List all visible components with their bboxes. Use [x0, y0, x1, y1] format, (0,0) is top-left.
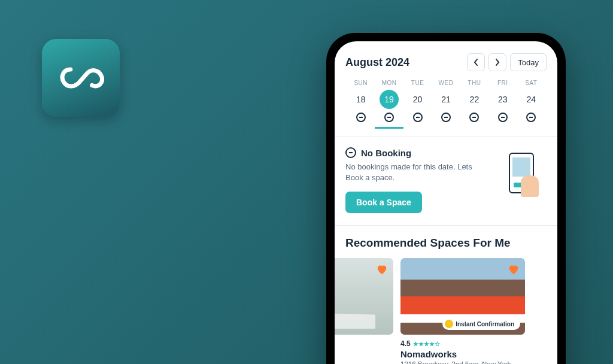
next-week-button[interactable] — [488, 53, 506, 71]
availability-icon — [384, 113, 394, 122]
day-fri[interactable]: FRI 23 — [488, 80, 517, 129]
heart-icon — [507, 263, 520, 276]
book-space-button[interactable]: Book a Space — [345, 192, 422, 213]
app-icon — [42, 39, 120, 117]
chevron-right-icon — [495, 59, 500, 66]
favorite-button[interactable] — [375, 263, 389, 276]
day-of-month: 18 — [351, 90, 371, 109]
day-of-week: SUN — [354, 80, 368, 86]
logo-icon — [57, 63, 104, 93]
space-image — [335, 258, 393, 335]
availability-icon — [356, 113, 366, 122]
rating-stars: ★★★★☆ — [413, 341, 440, 347]
week-strip: SUN 18 MON 19 TUE 20 WED 21 — [345, 80, 547, 136]
day-of-week: MON — [382, 80, 397, 86]
day-of-month: 21 — [436, 90, 456, 109]
availability-icon — [526, 113, 536, 122]
space-rating: 4.5 ★★★★☆ — [400, 339, 525, 348]
today-button[interactable]: Today — [510, 53, 547, 71]
booking-card: No Booking No bookings made for this dat… — [345, 136, 547, 225]
booking-title-text: No Booking — [361, 148, 411, 158]
phone-screen: August 2024 Today SUN 18 — [335, 41, 557, 364]
day-of-month: 22 — [465, 90, 484, 109]
space-title: Nomadworks — [400, 349, 525, 359]
day-of-month: 19 — [380, 90, 399, 109]
day-thu[interactable]: THU 22 — [460, 80, 488, 129]
day-of-month: 23 — [493, 90, 512, 109]
day-mon[interactable]: MON 19 — [375, 80, 403, 129]
availability-icon — [469, 113, 479, 122]
day-tue[interactable]: TUE 20 — [403, 80, 432, 129]
day-of-week: FRI — [497, 80, 508, 86]
phone-frame: August 2024 Today SUN 18 — [326, 33, 566, 364]
day-of-week: SAT — [525, 80, 537, 86]
availability-icon — [413, 113, 423, 122]
recommended-cards: East Side York, New York,… ⚡ Instant Co — [335, 258, 557, 364]
booking-illustration — [496, 147, 547, 198]
space-card[interactable]: East Side York, New York,… — [335, 258, 393, 364]
space-address: 1216 Broadway, 2nd floor, New York,… — [400, 360, 525, 364]
instant-confirmation-badge: ⚡ Instant Confirmation — [442, 318, 520, 330]
day-of-month: 24 — [521, 90, 541, 109]
badge-label: Instant Confirmation — [456, 321, 514, 327]
calendar-header: August 2024 Today — [345, 53, 547, 71]
recommended-heading: Recommended Spaces For Me — [345, 226, 547, 258]
space-image: ⚡ Instant Confirmation — [400, 258, 525, 335]
calendar-nav: Today — [467, 53, 547, 71]
space-address: York, New York,… — [335, 346, 393, 353]
prev-week-button[interactable] — [467, 53, 485, 71]
space-title: East Side — [335, 335, 393, 345]
day-of-week: TUE — [411, 80, 424, 86]
day-of-week: WED — [439, 80, 454, 86]
availability-icon — [498, 113, 508, 122]
day-sun[interactable]: SUN 18 — [347, 80, 375, 129]
booking-message: No bookings made for this date. Lets Boo… — [345, 162, 486, 183]
day-of-week: THU — [468, 80, 481, 86]
heart-icon — [375, 263, 389, 276]
availability-icon — [441, 113, 451, 122]
day-wed[interactable]: WED 21 — [432, 80, 460, 129]
chevron-left-icon — [474, 59, 478, 66]
space-card[interactable]: ⚡ Instant Confirmation 4.5 ★★★★☆ Nomadwo… — [400, 258, 525, 364]
day-of-month: 20 — [408, 90, 427, 109]
bolt-icon: ⚡ — [445, 320, 453, 328]
rating-value: 4.5 — [400, 339, 411, 348]
day-sat[interactable]: SAT 24 — [517, 80, 545, 129]
no-booking-icon — [345, 147, 356, 158]
booking-title: No Booking — [345, 147, 486, 158]
month-label: August 2024 — [345, 56, 409, 69]
favorite-button[interactable] — [507, 263, 520, 276]
